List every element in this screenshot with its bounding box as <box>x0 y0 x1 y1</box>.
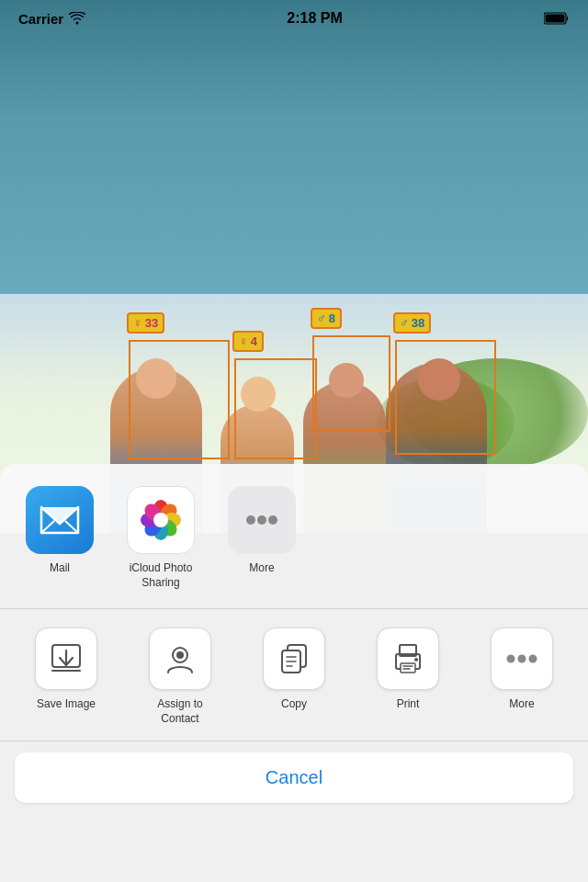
more-actions-icon <box>506 652 537 665</box>
print-label: Print <box>397 697 420 712</box>
face-box-2: ♀ 4 <box>234 358 317 459</box>
age-label-2: 4 <box>251 334 257 348</box>
copy-icon-box <box>263 628 325 690</box>
copy-icon <box>278 643 310 674</box>
save-image-icon-box <box>35 628 97 690</box>
svg-line-4 <box>65 521 78 533</box>
face-label-3: ♂ 8 <box>311 308 342 329</box>
face-box-4: ♂ 38 <box>395 340 496 455</box>
age-label-4: 38 <box>412 316 424 330</box>
svg-line-3 <box>41 521 54 533</box>
save-image-icon <box>51 643 82 674</box>
wifi-icon <box>69 12 85 25</box>
cancel-button[interactable]: Cancel <box>15 752 573 803</box>
icloud-app-icon <box>127 486 195 554</box>
share-actions-row: Save Image Assign to Contact <box>0 609 588 741</box>
gender-icon-4: ♂ <box>400 316 409 330</box>
icloud-photos-icon <box>139 498 183 542</box>
teal-background <box>0 0 588 294</box>
more-apps-label: More <box>249 561 274 576</box>
print-icon-box <box>377 628 439 690</box>
more-actions-icon-box <box>491 628 553 690</box>
svg-point-13 <box>153 513 168 527</box>
mail-app-icon <box>26 486 94 554</box>
status-bar: Carrier 2:18 PM <box>0 0 588 37</box>
action-print[interactable]: Print <box>362 628 454 712</box>
svg-point-14 <box>246 515 255 525</box>
share-app-mail[interactable]: Mail <box>18 486 101 576</box>
age-label-1: 33 <box>145 316 158 330</box>
status-right <box>544 12 570 25</box>
svg-point-15 <box>257 515 266 525</box>
share-app-more[interactable]: More <box>220 486 303 576</box>
print-icon <box>392 643 424 674</box>
face-label-2: ♀ 4 <box>232 331 264 352</box>
svg-point-20 <box>176 651 184 659</box>
svg-rect-1 <box>545 15 564 23</box>
status-time: 2:18 PM <box>287 10 342 27</box>
age-label-3: 8 <box>329 311 335 325</box>
mail-icon <box>40 505 80 535</box>
icloud-label: iCloud Photo Sharing <box>130 561 193 590</box>
action-save-image[interactable]: Save Image <box>20 628 112 712</box>
svg-point-16 <box>268 515 277 525</box>
share-apps-row: Mail <box>0 464 588 609</box>
status-left: Carrier <box>18 11 85 27</box>
share-app-icloud[interactable]: iCloud Photo Sharing <box>119 486 202 590</box>
face-box-3: ♂ 8 <box>312 335 390 432</box>
svg-point-29 <box>414 658 418 662</box>
face-box-1: ♀ 33 <box>129 340 230 459</box>
copy-label: Copy <box>281 697 307 712</box>
carrier-label: Carrier <box>18 11 63 27</box>
action-copy[interactable]: Copy <box>248 628 340 712</box>
more-actions-label: More <box>509 697 534 712</box>
share-sheet: Mail <box>0 464 588 882</box>
action-more[interactable]: More <box>476 628 568 712</box>
svg-point-34 <box>529 655 537 663</box>
svg-point-32 <box>507 655 515 663</box>
gender-icon-1: ♀ <box>133 316 142 330</box>
svg-rect-28 <box>401 663 415 673</box>
cancel-row: Cancel <box>0 741 588 818</box>
face-label-1: ♀ 33 <box>127 312 164 334</box>
assign-contact-icon <box>164 643 196 674</box>
more-dots-icon <box>245 514 278 526</box>
face-label-4: ♂ 38 <box>393 312 431 334</box>
battery-icon <box>544 12 570 25</box>
more-apps-icon <box>228 486 296 554</box>
action-assign-contact[interactable]: Assign to Contact <box>134 628 226 726</box>
assign-contact-icon-box <box>149 628 211 690</box>
assign-contact-label: Assign to Contact <box>157 697 202 726</box>
gender-icon-3: ♂ <box>317 311 326 325</box>
save-image-label: Save Image <box>37 697 96 712</box>
gender-icon-2: ♀ <box>239 334 248 348</box>
svg-point-33 <box>518 655 526 663</box>
mail-label: Mail <box>50 561 70 576</box>
